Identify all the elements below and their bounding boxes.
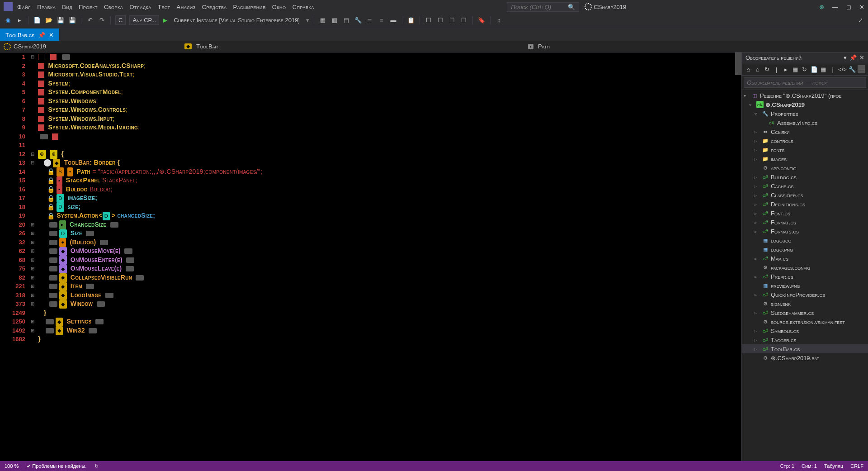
tree-item[interactable]: ▹c#QuickInfoProvider.cs: [742, 290, 868, 299]
fold-toggle[interactable]: [29, 211, 36, 220]
menu-Проект[interactable]: Проект: [79, 4, 98, 10]
sync-icon[interactable]: ↻: [764, 65, 771, 73]
sync-icon[interactable]: ↕: [495, 16, 503, 24]
tree-item[interactable]: ⚙⊛.CSharp2019.bat: [742, 353, 868, 362]
search-input[interactable]: [511, 4, 565, 10]
tool-icon[interactable]: ≣: [366, 16, 374, 24]
run-button[interactable]: ▶: [163, 17, 167, 24]
tree-item[interactable]: ▹c#ToolBar.cs: [742, 344, 868, 353]
line-indicator[interactable]: Стр: 1: [780, 463, 794, 469]
fold-toggle[interactable]: [29, 309, 36, 318]
tool-icon[interactable]: ▤: [342, 16, 350, 24]
ext-icon[interactable]: ⊛: [819, 4, 824, 10]
tree-item[interactable]: ⚙app.config: [742, 163, 868, 172]
config-combo[interactable]: C: [115, 15, 126, 25]
fold-toggle[interactable]: ⊞: [29, 264, 36, 273]
col-indicator[interactable]: Сим: 1: [802, 463, 817, 469]
tree-item[interactable]: ▹c#Cache.cs: [742, 181, 868, 190]
tree-item[interactable]: c#AssemblyInfo.cs: [742, 118, 868, 127]
tool-icon[interactable]: 📋: [407, 16, 415, 24]
fold-toggle[interactable]: [29, 167, 36, 176]
code-area[interactable]: Microsoft.CodeAnalysis.CSharp; Microsoft…: [36, 52, 741, 462]
fold-toggle[interactable]: [29, 335, 36, 344]
redo-button[interactable]: ↷: [98, 16, 106, 24]
save-button[interactable]: 💾: [57, 16, 65, 24]
tool-icon[interactable]: ☐: [425, 16, 433, 24]
tree-item[interactable]: ▹c#Symbols.cs: [742, 326, 868, 335]
fold-toggle[interactable]: ⊞: [29, 256, 36, 265]
tab-pin-icon[interactable]: 📌: [38, 32, 45, 38]
minimize-button[interactable]: —: [832, 4, 838, 10]
fold-toggle[interactable]: [29, 70, 36, 79]
panel-pin-icon[interactable]: 📌: [849, 54, 857, 61]
code-icon[interactable]: </>: [839, 65, 847, 73]
tree-item[interactable]: ▹c#Formats.cs: [742, 227, 868, 236]
encoding-indicator[interactable]: CRLF: [850, 463, 863, 469]
tree-item[interactable]: ▹▪▪Ссылки: [742, 127, 868, 136]
menu-Средства[interactable]: Средства: [202, 4, 227, 10]
fold-toggle[interactable]: [29, 88, 36, 97]
errors-summary[interactable]: ✔ Проблемы не найдены.: [27, 463, 86, 469]
home-icon[interactable]: ⌂: [754, 65, 762, 73]
panel-close-icon[interactable]: ✕: [859, 54, 864, 61]
fold-toggle[interactable]: [29, 97, 36, 106]
run-target[interactable]: Current Instance [Visual Studio Enterpri…: [171, 16, 302, 24]
tree-item[interactable]: ▹📁images: [742, 154, 868, 163]
tool-icon[interactable]: 🔧: [354, 16, 362, 24]
indent-indicator[interactable]: Табуляц: [824, 463, 843, 469]
tree-item[interactable]: ⚙packages.config: [742, 263, 868, 272]
tree-item[interactable]: ▹c#Prepr.cs: [742, 272, 868, 281]
tree-item[interactable]: ▹📁controls: [742, 136, 868, 145]
home-icon[interactable]: ⌂: [745, 65, 752, 73]
menu-Тест[interactable]: Тест: [158, 4, 170, 10]
tree-item[interactable]: ⚙source.extension.vsixmanifest: [742, 317, 868, 326]
fold-toggle[interactable]: [29, 185, 36, 194]
tree-item[interactable]: ▹c#Sledgehammer.cs: [742, 308, 868, 317]
tool-icon[interactable]: ▥: [330, 16, 339, 24]
bookmark-icon[interactable]: 🔖: [477, 16, 486, 24]
fold-toggle[interactable]: ⊞: [29, 273, 36, 282]
open-button[interactable]: 📂: [45, 16, 53, 24]
tool-icon[interactable]: 📄: [810, 65, 818, 73]
menu-Вид[interactable]: Вид: [62, 4, 72, 10]
fold-toggle[interactable]: ⊞: [29, 317, 36, 326]
fold-toggle[interactable]: ⊞: [29, 247, 36, 256]
tool-icon[interactable]: ▸: [782, 65, 790, 73]
close-button[interactable]: ✕: [859, 4, 864, 10]
tree-item[interactable]: ▦logo.ico: [742, 236, 868, 245]
fold-toggle[interactable]: ⊞: [29, 238, 36, 247]
menu-Отладка[interactable]: Отладка: [129, 4, 151, 10]
platform-combo[interactable]: Any CP...: [129, 15, 159, 25]
tool-icon[interactable]: ☐: [436, 16, 444, 24]
fold-toggle[interactable]: ⊞: [29, 220, 36, 229]
panel-menu-icon[interactable]: ▾: [844, 54, 847, 61]
tree-item[interactable]: ▹c#Buldog.cs: [742, 172, 868, 181]
fold-toggle[interactable]: ⊟: [29, 150, 36, 159]
nav-member[interactable]: ▪ Path: [524, 43, 868, 50]
global-search[interactable]: 🔍: [507, 2, 579, 12]
menu-Расширения[interactable]: Расширения: [233, 4, 266, 10]
tool-icon[interactable]: ▦: [319, 16, 327, 24]
fold-toggle[interactable]: [29, 203, 36, 212]
new-project-button[interactable]: 📄: [33, 16, 41, 24]
refresh-icon[interactable]: ↻: [801, 65, 809, 73]
tree-item[interactable]: ▹c#Classifier.cs: [742, 190, 868, 200]
menu-Файл[interactable]: Файл: [17, 4, 31, 10]
tab-close-icon[interactable]: ✕: [49, 32, 54, 38]
tool-icon[interactable]: ☐: [448, 16, 456, 24]
project-node[interactable]: ▿c# ⊛.CSharp2019: [742, 100, 868, 109]
tree-item[interactable]: ▦logo.png: [742, 245, 868, 254]
tree-item[interactable]: ▹📁fonts: [742, 145, 868, 154]
tool-icon[interactable]: ▦: [820, 65, 827, 73]
nav-class[interactable]: ◆ ToolBar: [181, 43, 524, 50]
menu-Анализ[interactable]: Анализ: [177, 4, 196, 10]
solution-search-input[interactable]: [744, 77, 866, 88]
fold-toggle[interactable]: [29, 62, 36, 71]
fold-toggle[interactable]: [29, 176, 36, 185]
tool-icon[interactable]: ≡: [377, 16, 386, 24]
tool-icon[interactable]: ▦: [792, 65, 799, 73]
fold-toggle[interactable]: [29, 194, 36, 203]
fold-toggle[interactable]: [29, 132, 36, 141]
fold-toggle[interactable]: [29, 114, 36, 124]
tool-icon[interactable]: —: [858, 65, 865, 73]
